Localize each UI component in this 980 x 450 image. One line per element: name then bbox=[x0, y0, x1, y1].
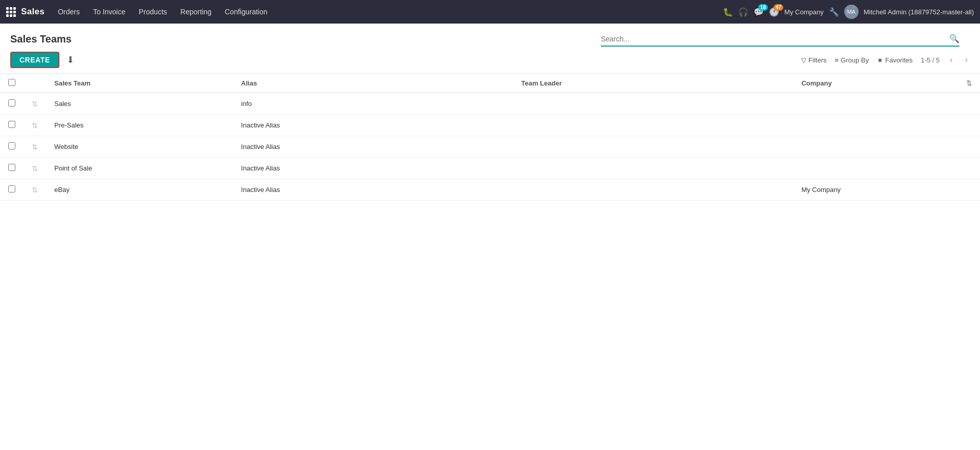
row-checkbox-cell[interactable] bbox=[0, 93, 24, 115]
row-checkbox[interactable] bbox=[8, 121, 15, 128]
menu-to-invoice[interactable]: To Invoice bbox=[87, 5, 132, 19]
group-by-icon: ≡ bbox=[835, 56, 839, 64]
table-row: ⇅ Point of Sale Inactive Alias bbox=[0, 158, 980, 179]
row-checkbox-cell[interactable] bbox=[0, 158, 24, 179]
row-company bbox=[793, 136, 980, 158]
row-drag-handle-cell[interactable]: ⇅ bbox=[24, 158, 46, 179]
row-checkbox[interactable] bbox=[8, 99, 15, 106]
drag-handle-icon[interactable]: ⇅ bbox=[32, 143, 38, 151]
menu-products[interactable]: Products bbox=[133, 5, 173, 19]
support-icon[interactable]: 🎧 bbox=[738, 7, 748, 17]
pagination-info: 1-5 / 5 bbox=[921, 56, 940, 64]
debug-icon[interactable]: 🐛 bbox=[723, 7, 733, 17]
brand-name[interactable]: Sales bbox=[21, 7, 45, 17]
header-drag bbox=[24, 74, 46, 93]
row-company bbox=[793, 93, 980, 115]
table-row: ⇅ Website Inactive Alias bbox=[0, 136, 980, 158]
chat-badge: 18 bbox=[758, 4, 768, 11]
favorites-label: Favorites bbox=[885, 56, 912, 64]
settings-icon[interactable]: 🔧 bbox=[829, 7, 839, 17]
table-header-row: Sales Team Alias Team Leader Company ⇅ bbox=[0, 74, 980, 93]
menu-orders[interactable]: Orders bbox=[52, 5, 86, 19]
row-alias[interactable]: Inactive Alias bbox=[233, 136, 513, 158]
main-menu: Orders To Invoice Products Reporting Con… bbox=[52, 5, 721, 19]
row-drag-handle-cell[interactable]: ⇅ bbox=[24, 179, 46, 201]
row-team-name[interactable]: Point of Sale bbox=[46, 158, 233, 179]
activity-icon[interactable]: 🕐 47 bbox=[769, 7, 779, 17]
row-company: My Company bbox=[793, 179, 980, 201]
toolbar-right: ▽ Filters ≡ Group By ★ Favorites 1-5 / 5… bbox=[801, 54, 970, 66]
sales-teams-table: Sales Team Alias Team Leader Company ⇅ bbox=[0, 74, 980, 201]
page-title: Sales Teams bbox=[10, 33, 72, 45]
row-checkbox[interactable] bbox=[8, 142, 15, 149]
row-checkbox[interactable] bbox=[8, 164, 15, 171]
column-settings-icon[interactable]: ⇅ bbox=[966, 79, 972, 87]
row-team-name[interactable]: Sales bbox=[46, 93, 233, 115]
row-company bbox=[793, 115, 980, 136]
search-icon[interactable]: 🔍 bbox=[949, 34, 960, 44]
row-checkbox-cell[interactable] bbox=[0, 179, 24, 201]
row-alias[interactable]: Inactive Alias bbox=[233, 179, 513, 201]
drag-handle-icon[interactable]: ⇅ bbox=[32, 164, 38, 173]
favorites-button[interactable]: ★ Favorites bbox=[877, 56, 912, 64]
drag-handle-icon[interactable]: ⇅ bbox=[32, 186, 38, 194]
menu-reporting[interactable]: Reporting bbox=[174, 5, 218, 19]
row-alias[interactable]: Inactive Alias bbox=[233, 158, 513, 179]
prev-page-button[interactable]: ‹ bbox=[948, 54, 954, 66]
download-button[interactable]: ⬇ bbox=[64, 52, 77, 68]
header-team-leader[interactable]: Team Leader bbox=[513, 74, 793, 93]
header-select-all[interactable] bbox=[0, 74, 24, 93]
select-all-checkbox[interactable] bbox=[8, 79, 15, 86]
activity-badge: 47 bbox=[774, 4, 783, 11]
group-by-label: Group By bbox=[841, 56, 869, 64]
row-alias[interactable]: info bbox=[233, 93, 513, 115]
row-team-leader bbox=[513, 93, 793, 115]
menu-configuration[interactable]: Configuration bbox=[219, 5, 274, 19]
filters-button[interactable]: ▽ Filters bbox=[801, 56, 826, 64]
page-header: Sales Teams 🔍 bbox=[0, 24, 980, 47]
row-company bbox=[793, 158, 980, 179]
chat-icon[interactable]: 💬 18 bbox=[754, 7, 764, 17]
row-alias[interactable]: Inactive Alias bbox=[233, 115, 513, 136]
row-checkbox-cell[interactable] bbox=[0, 136, 24, 158]
group-by-button[interactable]: ≡ Group By bbox=[835, 56, 869, 64]
search-bar: 🔍 bbox=[601, 32, 960, 47]
filters-label: Filters bbox=[808, 56, 826, 64]
user-name[interactable]: Mitchell Admin (18879752-master-all) bbox=[864, 8, 974, 16]
row-team-leader bbox=[513, 179, 793, 201]
row-team-name[interactable]: eBay bbox=[46, 179, 233, 201]
search-input[interactable] bbox=[601, 35, 949, 43]
row-team-name[interactable]: Pre-Sales bbox=[46, 115, 233, 136]
top-navigation: Sales Orders To Invoice Products Reporti… bbox=[0, 0, 980, 24]
drag-handle-icon[interactable]: ⇅ bbox=[32, 121, 38, 130]
row-checkbox-cell[interactable] bbox=[0, 115, 24, 136]
company-name[interactable]: My Company bbox=[784, 8, 824, 16]
row-drag-handle-cell[interactable]: ⇅ bbox=[24, 115, 46, 136]
row-drag-handle-cell[interactable]: ⇅ bbox=[24, 136, 46, 158]
drag-handle-icon[interactable]: ⇅ bbox=[32, 100, 38, 108]
next-page-button[interactable]: › bbox=[963, 54, 970, 66]
apps-menu-icon[interactable] bbox=[6, 7, 16, 17]
filter-icon: ▽ bbox=[801, 56, 806, 64]
row-checkbox[interactable] bbox=[8, 185, 15, 192]
row-team-leader bbox=[513, 158, 793, 179]
toolbar: CREATE ⬇ ▽ Filters ≡ Group By ★ Favorite… bbox=[0, 47, 980, 74]
row-team-name[interactable]: Website bbox=[46, 136, 233, 158]
star-icon: ★ bbox=[877, 56, 883, 64]
row-drag-handle-cell[interactable]: ⇅ bbox=[24, 93, 46, 115]
header-alias[interactable]: Alias bbox=[233, 74, 513, 93]
main-content: Sales Teams 🔍 CREATE ⬇ ▽ Filters ≡ Group… bbox=[0, 24, 980, 450]
row-team-leader bbox=[513, 136, 793, 158]
table-row: ⇅ eBay Inactive Alias My Company bbox=[0, 179, 980, 201]
table-row: ⇅ Pre-Sales Inactive Alias bbox=[0, 115, 980, 136]
header-company[interactable]: Company ⇅ bbox=[793, 74, 980, 93]
topbar-right: 🐛 🎧 💬 18 🕐 47 My Company 🔧 MA Mitchell A… bbox=[723, 5, 974, 19]
row-team-leader bbox=[513, 115, 793, 136]
create-button[interactable]: CREATE bbox=[10, 52, 59, 68]
user-avatar[interactable]: MA bbox=[844, 5, 859, 19]
header-sales-team[interactable]: Sales Team bbox=[46, 74, 233, 93]
table-row: ⇅ Sales info bbox=[0, 93, 980, 115]
toolbar-left: CREATE ⬇ bbox=[10, 52, 77, 68]
